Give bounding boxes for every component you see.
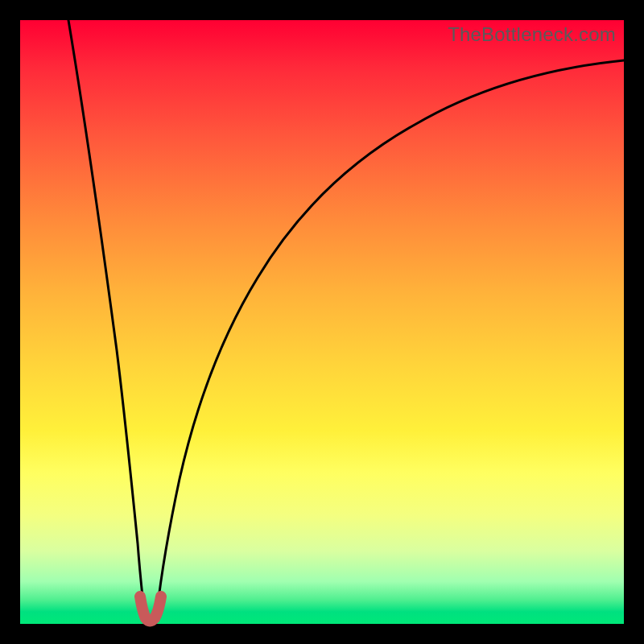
curve-left-branch xyxy=(68,20,144,612)
optimal-marker-icon xyxy=(140,597,161,621)
bottleneck-curve xyxy=(20,20,624,624)
curve-right-branch xyxy=(157,60,624,612)
chart-area: TheBottleneck.com xyxy=(20,20,624,624)
